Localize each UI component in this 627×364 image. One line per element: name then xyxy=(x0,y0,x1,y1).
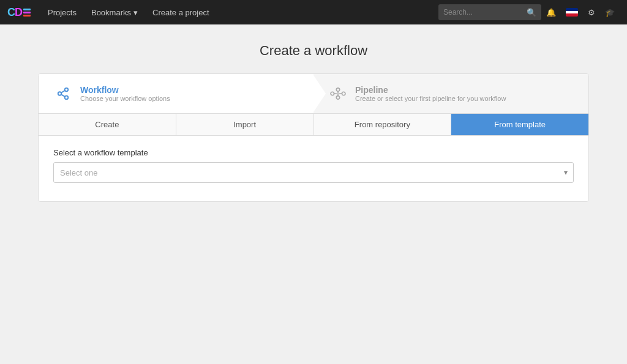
pipeline-step-name: Pipeline xyxy=(355,85,506,95)
nav-bookmarks[interactable]: Bookmarks ▾ xyxy=(84,0,145,24)
svg-point-7 xyxy=(336,96,340,100)
page-content: Create a workflow Workflow Choose you xyxy=(0,24,627,220)
logo-bar-2 xyxy=(23,12,31,13)
logo: CD xyxy=(7,6,31,19)
wizard-step-pipeline[interactable]: Pipeline Create or select your first pip… xyxy=(314,74,588,113)
template-select[interactable]: Select one xyxy=(53,162,574,183)
tab-import[interactable]: Import xyxy=(176,114,314,135)
search-input[interactable] xyxy=(443,8,523,17)
tab-create[interactable]: Create xyxy=(39,114,176,135)
logo-c: C xyxy=(7,6,15,18)
search-icon[interactable]: 🔍 xyxy=(527,8,536,17)
logo-bar-3 xyxy=(23,15,31,17)
template-select-wrapper: Select one ▾ xyxy=(53,162,574,183)
template-select-label: Select a workflow template xyxy=(53,148,574,157)
settings-icon[interactable]: ⚙ xyxy=(583,0,600,24)
pipeline-step-desc: Create or select your first pipeline for… xyxy=(355,95,506,102)
svg-point-5 xyxy=(331,92,334,95)
workflow-share-icon xyxy=(53,84,73,103)
workflow-step-name: Workflow xyxy=(80,85,170,95)
bell-icon[interactable]: 🔔 xyxy=(541,0,561,24)
logo-bars xyxy=(23,9,31,17)
tab-from-repository[interactable]: From repository xyxy=(314,114,452,135)
logo-bar-1 xyxy=(23,9,31,10)
svg-line-4 xyxy=(61,91,65,93)
cap-icon[interactable]: 🎓 xyxy=(600,0,620,24)
search-bar[interactable]: 🔍 xyxy=(438,4,541,20)
chevron-down-icon: ▾ xyxy=(133,8,138,17)
svg-line-3 xyxy=(61,94,65,97)
form-section: Select a workflow template Select one ▾ xyxy=(39,136,588,201)
nav-create-project[interactable]: Create a project xyxy=(145,0,217,24)
svg-point-6 xyxy=(336,88,340,92)
flag-icon[interactable] xyxy=(561,0,583,24)
nav-projects[interactable]: Projects xyxy=(40,0,84,24)
tab-from-template[interactable]: From template xyxy=(451,114,588,135)
logo-d: D xyxy=(15,6,22,18)
tab-bar: Create Import From repository From templ… xyxy=(39,114,588,136)
wizard-steps: Workflow Choose your workflow options xyxy=(39,74,588,114)
pipeline-icon xyxy=(328,84,348,103)
wizard-card: Workflow Choose your workflow options xyxy=(38,73,589,202)
svg-point-8 xyxy=(342,92,345,95)
workflow-step-desc: Choose your workflow options xyxy=(80,95,170,102)
navbar: CD Projects Bookmarks ▾ Create a project… xyxy=(0,0,627,24)
wizard-step-workflow[interactable]: Workflow Choose your workflow options xyxy=(39,74,314,113)
page-title: Create a workflow xyxy=(12,43,615,59)
